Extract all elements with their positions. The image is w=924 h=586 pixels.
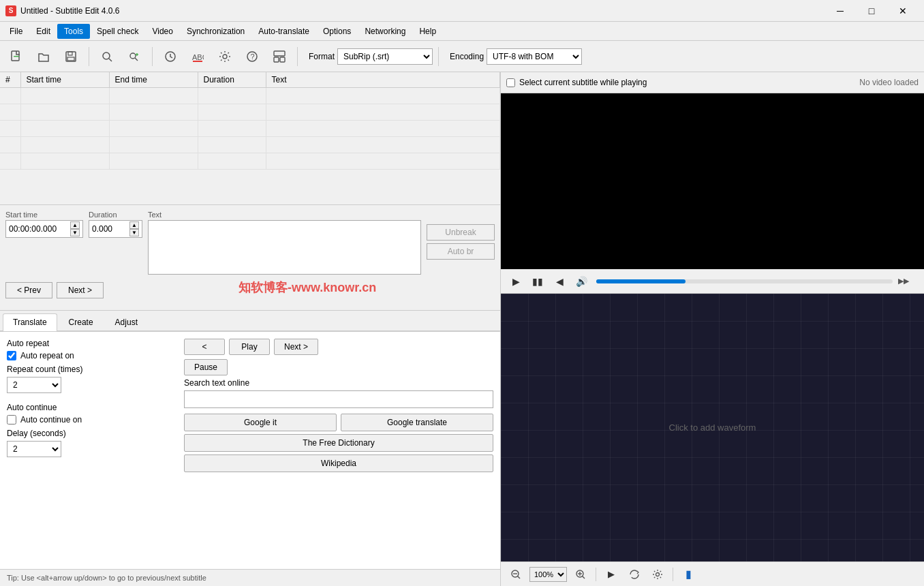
format-select[interactable]: SubRip (.srt)MicroDVDAdvanced Sub Statio… xyxy=(337,48,433,65)
start-time-input[interactable] xyxy=(9,224,70,234)
minimize-button[interactable]: ─ xyxy=(825,0,856,22)
visual-sync-button[interactable] xyxy=(158,45,183,68)
table-row[interactable] xyxy=(0,153,500,170)
next-play-button[interactable]: Next > xyxy=(274,339,318,355)
main-area: # Start time End time Duration Text xyxy=(0,72,924,586)
window-controls: ─ □ ✕ xyxy=(825,0,919,22)
subtitle-table: # Start time End time Duration Text xyxy=(0,72,500,170)
tab-adjust[interactable]: Adjust xyxy=(105,313,148,330)
close-button[interactable]: ✕ xyxy=(887,0,919,22)
menu-video[interactable]: Video xyxy=(145,24,179,39)
menu-help[interactable]: Help xyxy=(412,24,443,39)
menu-tools[interactable]: Tools xyxy=(57,24,90,39)
google-translate-button[interactable]: Google translate xyxy=(341,414,493,431)
menu-spellcheck[interactable]: Spell check xyxy=(90,24,145,39)
new-button[interactable] xyxy=(4,45,29,68)
prev-button[interactable]: < Prev xyxy=(5,282,52,298)
delay-select[interactable]: 213 xyxy=(7,441,61,457)
select-subtitle-label: Select current subtitle while playing xyxy=(519,78,647,87)
video-area[interactable] xyxy=(501,93,924,269)
spellcheck-toggle-button[interactable]: ABC xyxy=(185,45,210,68)
start-time-down[interactable]: ▼ xyxy=(70,229,80,236)
col-header-start: Start time xyxy=(20,72,109,88)
table-row[interactable] xyxy=(0,104,500,121)
help-button[interactable]: ? xyxy=(240,45,264,68)
unbreak-button[interactable]: Unbreak xyxy=(427,224,495,241)
translate-left-col: Auto repeat Auto repeat on Repeat count … xyxy=(7,339,170,475)
menu-edit[interactable]: Edit xyxy=(29,24,57,39)
svg-point-11 xyxy=(223,55,227,59)
zoom-out-button[interactable] xyxy=(506,565,525,584)
video-time: ▶▶ xyxy=(898,277,919,286)
auto-repeat-checkbox[interactable] xyxy=(7,351,16,360)
text-label: Text xyxy=(148,211,421,219)
prev-play-button[interactable]: < xyxy=(184,339,225,355)
waveform-controls: 100%50%75%150%200% ▶ ▮ xyxy=(501,561,924,586)
encoding-select[interactable]: UTF-8 with BOMUTF-8UnicodeANSI xyxy=(487,48,582,65)
wc-marker-button[interactable]: ▮ xyxy=(679,565,698,584)
app-icon: S xyxy=(5,5,16,16)
search-text-input[interactable] xyxy=(184,390,493,408)
vc-play-button[interactable]: ▶ xyxy=(506,272,525,291)
table-row[interactable] xyxy=(0,88,500,104)
waveform-area[interactable]: Click to add waveform xyxy=(501,294,924,561)
wc-play-button[interactable]: ▶ xyxy=(602,565,621,584)
play-button[interactable]: Play xyxy=(229,339,270,355)
search-top-buttons: Google it Google translate xyxy=(184,414,493,431)
find-button[interactable] xyxy=(95,45,119,68)
svg-point-5 xyxy=(103,52,110,59)
open-button[interactable] xyxy=(31,45,56,68)
autobr-button[interactable]: Auto br xyxy=(427,243,495,260)
start-time-up[interactable]: ▲ xyxy=(70,221,80,229)
start-time-field-wrap: Start time ▲ ▼ xyxy=(5,211,83,238)
wikipedia-button[interactable]: Wikipedia xyxy=(184,454,493,472)
wc-settings-button[interactable] xyxy=(648,565,667,584)
free-dictionary-button[interactable]: The Free Dictionary xyxy=(184,434,493,452)
table-row[interactable] xyxy=(0,121,500,137)
duration-down[interactable]: ▼ xyxy=(129,229,139,236)
subtitle-text-input[interactable] xyxy=(148,220,421,275)
zoom-in-button[interactable] xyxy=(571,565,590,584)
toolbar: ABC ? Format SubRip (.srt)MicroDVDAdvanc… xyxy=(0,41,924,72)
google-it-button[interactable]: Google it xyxy=(184,414,337,431)
pause-button[interactable]: Pause xyxy=(184,359,228,375)
select-subtitle-checkbox[interactable] xyxy=(506,78,515,87)
duration-input[interactable] xyxy=(92,224,129,234)
wc-loop-button[interactable] xyxy=(625,565,644,584)
svg-line-18 xyxy=(518,576,521,579)
vc-stop-button[interactable]: ▮▮ xyxy=(528,272,547,291)
replace-button[interactable] xyxy=(122,45,147,68)
delay-label: Delay (seconds) xyxy=(7,429,170,438)
repeat-count-select[interactable]: 21345 xyxy=(7,377,61,393)
right-panel: Select current subtitle while playing No… xyxy=(501,72,924,586)
zoom-select[interactable]: 100%50%75%150%200% xyxy=(529,567,567,582)
menu-options[interactable]: Options xyxy=(316,24,358,39)
window-title: Untitled - Subtitle Edit 4.0.6 xyxy=(20,6,825,16)
auto-continue-section: Auto continue Auto continue on Delay (se… xyxy=(7,403,170,457)
table-row[interactable] xyxy=(0,137,500,153)
edit-area: Start time ▲ ▼ Duration ▲ xyxy=(0,205,500,311)
duration-input-wrap: ▲ ▼ xyxy=(89,220,142,238)
vc-prev-frame-button[interactable]: ◀ xyxy=(550,272,569,291)
layout-button[interactable] xyxy=(267,45,292,68)
svg-point-7 xyxy=(130,53,136,59)
maximize-button[interactable]: □ xyxy=(856,0,887,22)
side-buttons: Unbreak Auto br xyxy=(427,211,495,260)
tip-text: Tip: Use <alt+arrow up/down> to go to pr… xyxy=(7,574,206,582)
save-button[interactable] xyxy=(59,45,83,68)
menu-networking[interactable]: Networking xyxy=(358,24,412,39)
duration-up[interactable]: ▲ xyxy=(129,221,139,229)
auto-continue-checkbox[interactable] xyxy=(7,415,16,425)
auto-repeat-on-row: Auto repeat on xyxy=(7,351,170,360)
tab-translate[interactable]: Translate xyxy=(3,313,57,331)
tab-create[interactable]: Create xyxy=(59,313,104,330)
svg-text:ABC: ABC xyxy=(192,53,204,61)
vc-volume-button[interactable]: 🔊 xyxy=(572,272,591,291)
video-progress-bar[interactable] xyxy=(596,279,893,283)
settings-button[interactable] xyxy=(213,45,237,68)
menu-synchronization[interactable]: Synchronization xyxy=(180,24,251,39)
menubar: File Edit Tools Spell check Video Synchr… xyxy=(0,22,924,41)
menu-file[interactable]: File xyxy=(3,24,29,39)
next-button[interactable]: Next > xyxy=(57,282,104,298)
menu-autotranslate[interactable]: Auto-translate xyxy=(251,24,316,39)
